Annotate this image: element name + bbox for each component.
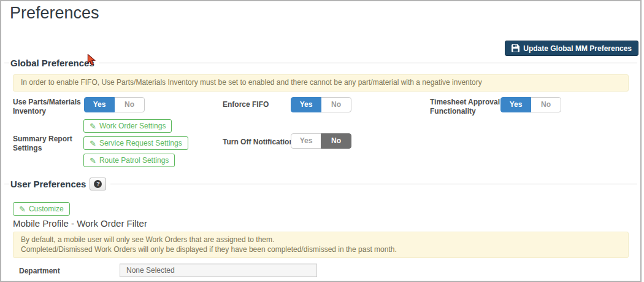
save-icon bbox=[512, 44, 519, 52]
user-preferences-title: User Preferences bbox=[10, 179, 86, 189]
turn-off-notifications-toggle: Yes No bbox=[291, 133, 351, 149]
user-preferences-legend: User Preferences ? bbox=[9, 178, 110, 190]
timesheet-approval-toggle: Yes No bbox=[500, 97, 561, 112]
mobile-alert-line-2: Completed/Dismissed Work Orders will onl… bbox=[21, 245, 621, 255]
use-parts-materials-inventory-toggle: Yes No bbox=[84, 97, 145, 112]
mobile-profile-info-alert: By default, a mobile user will only see … bbox=[13, 232, 629, 258]
pencil-icon: ✎ bbox=[90, 122, 96, 130]
notifications-no-option[interactable]: No bbox=[321, 133, 351, 149]
department-label: Department bbox=[19, 267, 117, 276]
update-global-mm-preferences-button[interactable]: Update Global MM Preferences bbox=[505, 41, 638, 56]
summary-report-settings-label: Summary Report Settings bbox=[13, 135, 85, 153]
use-parts-no-option[interactable]: No bbox=[114, 97, 145, 112]
service-request-settings-label: Service Request Settings bbox=[99, 139, 182, 147]
timesheet-no-option[interactable]: No bbox=[531, 97, 561, 112]
work-order-settings-button[interactable]: ✎ Work Order Settings bbox=[83, 119, 172, 133]
mobile-profile-heading: Mobile Profile - Work Order Filter bbox=[13, 218, 147, 229]
question-circle-icon: ? bbox=[94, 180, 102, 188]
global-preferences-legend: Global Preferences bbox=[9, 58, 99, 68]
use-parts-materials-inventory-label: Use Parts/Materials Inventory bbox=[13, 98, 88, 116]
timesheet-approval-label: Timesheet Approval Functionality bbox=[430, 98, 502, 116]
customize-button[interactable]: ✎ Customize bbox=[13, 202, 70, 216]
department-select[interactable]: None Selected bbox=[120, 264, 317, 277]
user-preferences-help-button[interactable]: ? bbox=[90, 178, 106, 190]
pencil-icon: ✎ bbox=[19, 205, 26, 213]
preferences-page: Preferences Update Global MM Preferences… bbox=[0, 0, 642, 282]
notifications-yes-option[interactable]: Yes bbox=[291, 133, 321, 149]
timesheet-yes-option[interactable]: Yes bbox=[500, 97, 531, 112]
global-preferences-section: Global Preferences In order to enable FI… bbox=[4, 58, 637, 163]
pencil-icon: ✎ bbox=[90, 139, 96, 147]
pencil-icon: ✎ bbox=[90, 157, 96, 165]
global-preferences-title: Global Preferences bbox=[10, 58, 94, 68]
fifo-warning-alert: In order to enable FIFO, Use Parts/Mater… bbox=[13, 74, 629, 92]
mobile-alert-line-1: By default, a mobile user will only see … bbox=[21, 235, 621, 245]
enforce-fifo-toggle: Yes No bbox=[291, 97, 351, 112]
enforce-fifo-no-option[interactable]: No bbox=[321, 97, 351, 112]
enforce-fifo-label: Enforce FIFO bbox=[223, 100, 290, 109]
user-preferences-section: User Preferences ? ✎ Customize Mobile Pr… bbox=[4, 178, 637, 282]
use-parts-yes-option[interactable]: Yes bbox=[84, 97, 115, 112]
work-order-settings-label: Work Order Settings bbox=[99, 122, 166, 130]
update-button-label: Update Global MM Preferences bbox=[523, 44, 632, 53]
customize-button-label: Customize bbox=[29, 205, 64, 213]
route-patrol-settings-label: Route Patrol Settings bbox=[99, 156, 169, 165]
service-request-settings-button[interactable]: ✎ Service Request Settings bbox=[83, 136, 188, 150]
page-title: Preferences bbox=[10, 4, 99, 23]
enforce-fifo-yes-option[interactable]: Yes bbox=[291, 97, 321, 112]
route-patrol-settings-button[interactable]: ✎ Route Patrol Settings bbox=[83, 154, 175, 167]
